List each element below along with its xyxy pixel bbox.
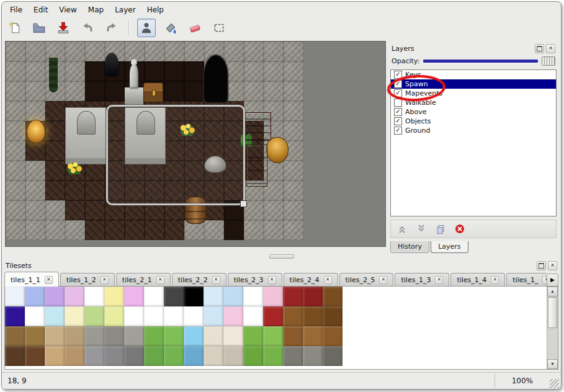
layer-row-mapevents[interactable]: ✓Mapevents: [391, 89, 556, 98]
save-file-button[interactable]: [54, 19, 73, 37]
map-canvas[interactable]: [6, 42, 303, 240]
map-tile[interactable]: [284, 121, 303, 141]
tileset-tile[interactable]: [164, 306, 184, 326]
tileset-tile[interactable]: [303, 287, 323, 306]
scrollbar-thumb[interactable]: [548, 297, 557, 328]
tileset-tile[interactable]: [65, 287, 84, 306]
close-tilesets-button[interactable]: ✕: [548, 261, 557, 270]
map-tile[interactable]: [25, 180, 45, 200]
layer-visible-checkbox[interactable]: ✓: [394, 71, 402, 79]
tileset-tile[interactable]: [124, 326, 144, 346]
map-tile[interactable]: [45, 161, 65, 180]
menu-file[interactable]: File: [4, 4, 28, 16]
horizontal-splitter[interactable]: [3, 253, 560, 259]
tileset-tile[interactable]: [323, 346, 342, 366]
map-tile[interactable]: [184, 61, 204, 81]
map-tile[interactable]: [145, 61, 164, 81]
tileset-tile[interactable]: [164, 326, 184, 346]
tileset-view[interactable]: ▲ ▼: [4, 286, 558, 370]
map-tile[interactable]: [25, 61, 45, 81]
layer-visible-checkbox[interactable]: ✓: [394, 89, 402, 97]
map-tile[interactable]: [65, 61, 85, 81]
tileset-tile[interactable]: [45, 306, 65, 326]
map-tile[interactable]: [164, 42, 184, 61]
tileset-tile[interactable]: [184, 326, 204, 346]
tileset-tab-tiles_1_1[interactable]: tiles_1_1✕: [4, 272, 59, 287]
layer-row-spawn[interactable]: ✓Spawn: [391, 79, 556, 89]
tileset-tile[interactable]: [84, 326, 104, 346]
stamp-tool-button[interactable]: [137, 19, 156, 37]
tileset-tile[interactable]: [45, 287, 65, 306]
map-tile[interactable]: [244, 42, 264, 61]
float-tilesets-button[interactable]: [537, 261, 546, 270]
map-viewport[interactable]: [5, 41, 386, 247]
scrollbar-track[interactable]: [547, 296, 558, 359]
map-tile[interactable]: [45, 141, 65, 161]
map-tile[interactable]: [6, 101, 25, 121]
tileset-tile[interactable]: [25, 326, 45, 346]
tileset-tile[interactable]: [184, 287, 204, 306]
layer-row-ground[interactable]: ✓Ground: [391, 126, 556, 135]
map-tile[interactable]: [284, 61, 303, 81]
map-tile[interactable]: [284, 42, 303, 61]
float-panel-button[interactable]: [535, 44, 544, 53]
layer-row-above[interactable]: ✓Above: [391, 107, 556, 117]
layer-visible-checkbox[interactable]: ✓: [394, 80, 402, 88]
map-tile[interactable]: [6, 200, 25, 220]
opacity-slider[interactable]: [423, 60, 538, 63]
map-tile[interactable]: [244, 220, 264, 240]
map-tile[interactable]: [264, 81, 284, 101]
tileset-tile[interactable]: [243, 306, 263, 326]
tileset-tile[interactable]: [144, 287, 164, 306]
close-tab-icon[interactable]: ✕: [324, 276, 332, 284]
map-tile[interactable]: [25, 81, 45, 101]
tileset-tile[interactable]: [303, 306, 323, 326]
map-tile[interactable]: [6, 121, 25, 141]
map-tile[interactable]: [264, 61, 284, 81]
tileset-tile[interactable]: [104, 287, 124, 306]
tileset-tile[interactable]: [323, 326, 342, 346]
map-tile[interactable]: [85, 220, 105, 240]
map-tile[interactable]: [25, 101, 45, 121]
tileset-tile[interactable]: [144, 346, 164, 366]
layer-row-walkable[interactable]: Walkable: [391, 98, 556, 107]
layer-visible-checkbox[interactable]: ✓: [394, 108, 402, 116]
close-panel-button[interactable]: ✕: [546, 44, 555, 53]
map-tile[interactable]: [45, 200, 65, 220]
close-tab-icon[interactable]: ✕: [212, 276, 220, 284]
map-tile[interactable]: [6, 42, 25, 61]
tileset-tile[interactable]: [263, 346, 283, 366]
tileset-tile[interactable]: [84, 306, 104, 326]
layer-row-objects[interactable]: ✓Objects: [391, 117, 556, 126]
tileset-tile[interactable]: [204, 287, 223, 306]
tileset-tile[interactable]: [263, 287, 283, 306]
map-tile[interactable]: [25, 141, 45, 161]
tileset-tab-tiles_2_3[interactable]: tiles_2_3✕: [228, 273, 282, 287]
tileset-tile[interactable]: [84, 287, 104, 306]
tileset-tab-tiles_2_5[interactable]: tiles_2_5✕: [339, 273, 394, 287]
map-tile[interactable]: [85, 61, 105, 81]
map-tile[interactable]: [85, 200, 105, 220]
map-tile[interactable]: [45, 121, 65, 141]
tileset-tile[interactable]: [223, 346, 243, 366]
map-tile[interactable]: [6, 180, 25, 200]
map-tile[interactable]: [145, 220, 164, 240]
tileset-tile[interactable]: [25, 346, 45, 366]
tileset-tile[interactable]: [283, 306, 303, 326]
tileset-tile[interactable]: [204, 346, 223, 366]
map-tile[interactable]: [25, 161, 45, 180]
tileset-tab-tiles_2_2[interactable]: tiles_2_2✕: [172, 273, 226, 287]
duplicate-layer-button[interactable]: [434, 223, 447, 235]
tileset-tile[interactable]: [124, 287, 144, 306]
scroll-tabs-right-button[interactable]: ▶: [547, 274, 558, 287]
map-tile[interactable]: [105, 81, 125, 101]
resize-grip[interactable]: [550, 379, 559, 388]
open-file-button[interactable]: [30, 19, 48, 37]
tileset-tile[interactable]: [283, 287, 303, 306]
tileset-tab-tiles_1_2[interactable]: tiles_1_2✕: [60, 273, 115, 287]
tileset-tile[interactable]: [164, 346, 184, 366]
layer-visible-checkbox[interactable]: ✓: [394, 127, 402, 135]
map-tile[interactable]: [125, 220, 145, 240]
redo-button[interactable]: [102, 19, 121, 37]
delete-layer-button[interactable]: [454, 223, 466, 235]
